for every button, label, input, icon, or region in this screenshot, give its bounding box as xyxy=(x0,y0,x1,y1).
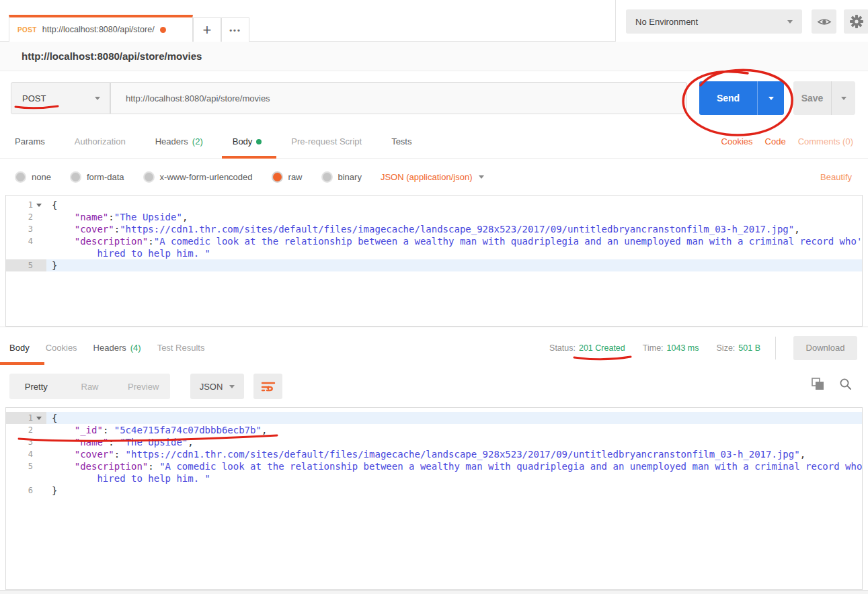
line-gutter: 6 xyxy=(6,484,46,497)
radio-label: x-www-form-urlencoded xyxy=(160,172,253,182)
send-button[interactable]: Send xyxy=(699,81,757,115)
send-options-button[interactable] xyxy=(757,81,784,115)
tab-headers[interactable]: Headers(2) xyxy=(155,125,203,159)
method-selector[interactable]: POST xyxy=(11,82,110,114)
more-tabs-button[interactable]: ••• xyxy=(221,17,249,42)
body-mode-x-www-form-urlencoded[interactable]: x-www-form-urlencoded xyxy=(143,171,253,183)
json-value: "https://cdn1.thr.com/sites/default/file… xyxy=(120,224,794,235)
code-row[interactable]: hired to help him. " xyxy=(6,247,862,259)
line-number: 1 xyxy=(6,412,33,424)
code-row[interactable]: 2 "_id": "5c4e715fa74c07dbbb6ecb7b", xyxy=(6,424,862,436)
content-type-selector[interactable]: JSON (application/json) xyxy=(381,172,485,182)
body-mode-form-data[interactable]: form-data xyxy=(70,171,124,183)
fold-caret-icon[interactable] xyxy=(36,204,42,207)
json-punctuation: } xyxy=(52,485,57,496)
environment-quick-look-button[interactable] xyxy=(812,9,836,34)
json-value: "The Upside" xyxy=(120,437,188,448)
active-tab-underline xyxy=(0,362,44,365)
tab-label: Params xyxy=(15,136,45,146)
tab-body[interactable]: Body xyxy=(233,125,262,159)
body-mode-none[interactable]: none xyxy=(15,171,51,183)
search-icon xyxy=(839,378,852,390)
json-punctuation xyxy=(52,212,75,222)
chevron-down-icon xyxy=(95,97,100,100)
download-button[interactable]: Download xyxy=(793,336,857,360)
copy-icon xyxy=(812,378,824,390)
view-mode-preview[interactable]: Preview xyxy=(116,382,170,392)
wrap-text-button[interactable] xyxy=(253,374,282,399)
code-row[interactable]: 3 "cover":"https://cdn1.thr.com/sites/de… xyxy=(6,223,862,235)
url-input[interactable] xyxy=(110,82,687,114)
save-options-button[interactable] xyxy=(831,81,855,115)
json-punctuation: : xyxy=(148,236,153,247)
tab-pre-request-script[interactable]: Pre-request Script xyxy=(291,125,362,159)
line-number: 5 xyxy=(6,259,33,271)
request-editor[interactable]: 1{2 "name":"The Upside",3 "cover":"https… xyxy=(5,195,863,327)
chevron-down-icon xyxy=(229,385,235,388)
green-dot-icon xyxy=(256,139,262,144)
cookies-link[interactable]: Cookies xyxy=(721,136,753,146)
eye-icon xyxy=(817,17,832,27)
tab-params[interactable]: Params xyxy=(15,125,45,159)
tab-authorization[interactable]: Authorization xyxy=(75,125,126,159)
code-row[interactable]: hired to help him. " xyxy=(6,472,862,484)
settings-button[interactable] xyxy=(844,9,868,34)
tab-label: Tests xyxy=(391,136,411,146)
wrap-text-icon xyxy=(261,381,276,392)
search-button[interactable] xyxy=(839,378,852,393)
line-number: 2 xyxy=(6,211,33,223)
code-row[interactable]: 4 "cover": "https://cdn1.thr.com/sites/d… xyxy=(6,448,862,460)
view-mode-raw[interactable]: Raw xyxy=(63,382,117,392)
line-number: 3 xyxy=(6,223,33,235)
json-value: "The Upside" xyxy=(114,212,182,222)
line-gutter: 3 xyxy=(6,223,46,235)
code-row[interactable]: 4 "description":"A comedic look at the r… xyxy=(6,235,862,247)
json-key: "cover" xyxy=(75,224,114,235)
code-row[interactable]: 1{ xyxy=(6,412,862,424)
gear-icon xyxy=(849,14,864,29)
comments-0-link[interactable]: Comments (0) xyxy=(798,136,853,146)
code-line: "cover": "https://cdn1.thr.com/sites/def… xyxy=(46,448,805,460)
tab-label: Authorization xyxy=(75,136,126,146)
fold-caret-icon[interactable] xyxy=(36,417,42,420)
code-row[interactable]: 1{ xyxy=(6,199,862,211)
body-mode-raw[interactable]: raw xyxy=(272,171,303,183)
copy-button[interactable] xyxy=(812,378,824,393)
tab-test-results[interactable]: Test Results xyxy=(157,331,205,365)
new-tab-button[interactable]: + xyxy=(193,17,221,42)
tab-body[interactable]: Body xyxy=(9,331,30,365)
chevron-down-icon xyxy=(479,175,484,179)
request-tab[interactable]: POST http://localhost:8080/api/store/ xyxy=(9,15,193,42)
save-button[interactable]: Save xyxy=(793,81,831,115)
code-row[interactable]: 2 "name":"The Upside", xyxy=(6,211,862,223)
environment-selector[interactable]: No Environment xyxy=(626,9,802,34)
line-gutter xyxy=(6,472,46,484)
code-line: "name":"The Upside", xyxy=(46,211,188,223)
tab-cookies[interactable]: Cookies xyxy=(46,331,77,365)
json-value: "https://cdn1.thr.com/sites/default/file… xyxy=(126,449,800,460)
request-tabs: ParamsAuthorizationHeaders(2)BodyPre-req… xyxy=(0,125,411,159)
line-number: 3 xyxy=(6,436,33,448)
json-punctuation: : xyxy=(108,437,120,448)
code-row[interactable]: 5} xyxy=(6,259,862,271)
code-row[interactable]: 3 "name": "The Upside", xyxy=(6,436,862,448)
beautify-link[interactable]: Beautify xyxy=(820,172,852,182)
json-value: "5c4e715fa74c07dbbb6ecb7b" xyxy=(114,425,262,435)
tab-headers[interactable]: Headers(4) xyxy=(93,331,141,365)
code-line: hired to help him. " xyxy=(46,247,210,259)
body-mode-binary[interactable]: binary xyxy=(321,171,362,183)
code-link[interactable]: Code xyxy=(765,136,786,146)
tab-tests[interactable]: Tests xyxy=(391,125,411,159)
view-mode-pretty[interactable]: Pretty xyxy=(9,382,63,392)
json-punctuation xyxy=(52,449,75,460)
code-row[interactable]: 5 "description": "A comedic look at the … xyxy=(6,460,862,472)
size-label: Size: xyxy=(717,343,736,353)
line-gutter: 4 xyxy=(6,235,46,247)
request-links: CookiesCodeComments (0) xyxy=(721,136,853,146)
code-row[interactable]: 6} xyxy=(6,484,862,497)
response-format-selector[interactable]: JSON xyxy=(190,374,244,399)
tab-label: Headers xyxy=(93,343,126,353)
json-value: "A comedic look at the relationship betw… xyxy=(154,236,862,247)
response-editor[interactable]: 1{2 "_id": "5c4e715fa74c07dbbb6ecb7b",3 … xyxy=(5,407,863,590)
request-builder: POST Send Save xyxy=(0,71,868,125)
